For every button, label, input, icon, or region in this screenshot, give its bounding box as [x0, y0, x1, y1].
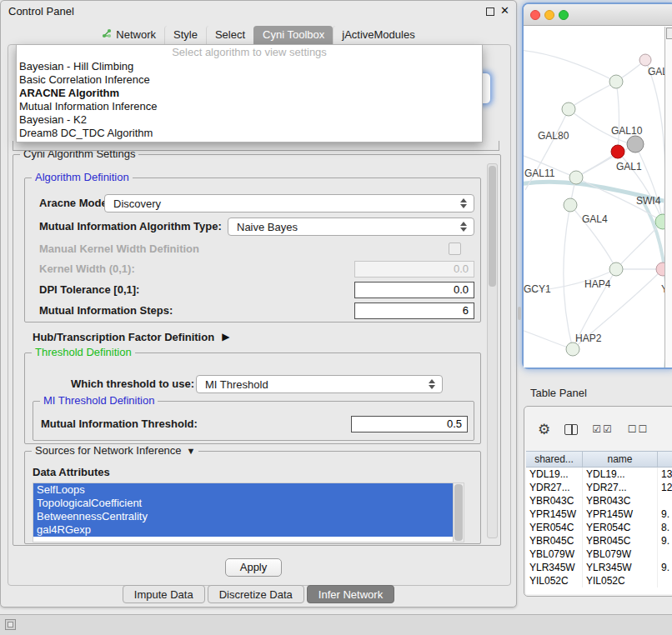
table-cell: YLR345W	[583, 561, 658, 574]
expand-right-icon[interactable]: ▶	[222, 331, 229, 342]
network-edge[interactable]	[524, 50, 616, 82]
splitter-handle[interactable]	[518, 307, 521, 320]
algorithm-option-dream8-dc-tdc-algorithm[interactable]: Dream8 DC_TDC Algorithm	[17, 127, 482, 140]
network-node[interactable]	[566, 342, 579, 356]
table-cell: YER054C	[526, 521, 583, 534]
which-threshold-combo[interactable]: MI Threshold	[196, 375, 443, 393]
algorithm-option-mutual-information-inference[interactable]: Mutual Information Inference	[17, 100, 482, 113]
network-edge[interactable]	[569, 82, 616, 109]
network-node[interactable]	[627, 136, 644, 152]
tab-cyni-toolbox[interactable]: Cyni Toolbox	[253, 26, 333, 44]
table-row[interactable]: YDR27...YDR27...12	[526, 481, 672, 494]
table-cell: 9.	[658, 508, 672, 521]
algorithm-option-bayesian-hill-climbing[interactable]: Bayesian - Hill Climbing	[17, 60, 482, 73]
node-label-gal4: GAL4	[582, 213, 608, 225]
hub-transcription-factor-section[interactable]: Hub/Transcription Factor Definition ▶	[33, 329, 229, 344]
network-node[interactable]	[639, 54, 651, 66]
network-icon	[102, 28, 112, 41]
network-window-titlebar	[524, 4, 672, 26]
columns-icon[interactable]	[564, 424, 578, 435]
network-graph: GAL2GAL80GAL10GAL11GAL1SWI4GAL4GCY1HAP4H…	[524, 27, 672, 368]
table-row[interactable]: YBL079WYBL079W	[526, 548, 672, 561]
close-traffic-light-icon[interactable]	[530, 10, 540, 20]
select-all-checkboxes-icon[interactable]: ☑☑	[592, 423, 614, 435]
bottom-tab-impute-data[interactable]: Impute Data	[123, 585, 205, 603]
tab-network[interactable]: Network	[93, 26, 164, 44]
float-window-icon[interactable]	[486, 8, 494, 16]
mi-threshold-field[interactable]: 0.5	[351, 416, 468, 432]
network-edge[interactable]	[564, 205, 573, 349]
tab-label: jActiveModules	[342, 28, 414, 41]
bottom-tab-infer-network[interactable]: Infer Network	[307, 585, 394, 603]
node-label-swi4: SWI4	[636, 195, 661, 207]
attribute-item-betweennesscentrality[interactable]: BetweennessCentrality	[33, 510, 453, 523]
table-cell: 12	[658, 481, 672, 494]
network-canvas[interactable]: GAL2GAL80GAL10GAL11GAL1SWI4GAL4GCY1HAP4H…	[524, 27, 672, 368]
bottom-tab-discretize-data[interactable]: Discretize Data	[208, 585, 304, 603]
manual-kernel-checkbox[interactable]	[449, 242, 461, 255]
mi-type-combo[interactable]: Naive Bayes	[228, 218, 474, 236]
tab-style[interactable]: Style	[164, 26, 206, 44]
network-node[interactable]	[611, 145, 624, 158]
network-node[interactable]	[609, 75, 623, 88]
apply-button[interactable]: Apply	[225, 558, 282, 577]
attribute-item-topologicalcoefficient[interactable]: TopologicalCoefficient	[33, 497, 453, 510]
network-node[interactable]	[564, 198, 577, 212]
combo-arrows-icon	[429, 379, 436, 389]
aracne-mode-combo[interactable]: Discovery	[104, 194, 474, 212]
gear-icon[interactable]: ⚙	[538, 422, 550, 437]
kernel-width-field[interactable]: 0.0	[354, 261, 474, 278]
table-row[interactable]: YIL052CYIL052C	[526, 574, 672, 588]
network-edge[interactable]	[616, 82, 619, 152]
network-node[interactable]	[562, 102, 575, 116]
table-row[interactable]: YBR043CYBR043C	[526, 494, 672, 508]
tab-select[interactable]: Select	[206, 26, 253, 44]
control-panel-tabs: NetworkStyleSelectCyni ToolboxjActiveMod…	[1, 24, 516, 44]
panel-dock-icon[interactable]	[5, 619, 16, 630]
deselect-all-checkboxes-icon[interactable]: ☐☐	[628, 423, 649, 435]
minimize-traffic-light-icon[interactable]	[544, 10, 554, 20]
table-cell: 9.	[658, 534, 672, 548]
dpi-tolerance-field[interactable]: 0.0	[354, 282, 474, 298]
attributes-scrollbar-thumb[interactable]	[454, 484, 463, 541]
algorithm-placeholder-option[interactable]: Select algorithm to view settings	[17, 45, 482, 60]
tab-jactivemodules[interactable]: jActiveModules	[333, 26, 423, 44]
table-row[interactable]: YLR345WYLR345W9.	[526, 561, 672, 574]
network-scrollbar-thumb[interactable]	[666, 28, 672, 39]
close-icon[interactable]: ✕	[500, 4, 509, 17]
network-node[interactable]	[609, 262, 623, 276]
table-row[interactable]: YER054CYER054C8.	[526, 521, 672, 534]
attribute-item-selfloops[interactable]: SelfLoops	[33, 483, 453, 497]
table-row[interactable]: YDL19...YDL19...13	[526, 468, 672, 481]
algorithm-option-aracne-algorithm[interactable]: ARACNE Algorithm	[17, 87, 482, 100]
attribute-item-gal4rgexp[interactable]: gal4RGexp	[33, 523, 453, 537]
network-edge[interactable]	[616, 222, 663, 269]
algorithm-option-bayesian-k2[interactable]: Bayesian - K2	[17, 113, 482, 127]
column-header-extra[interactable]	[658, 452, 672, 467]
column-header-name[interactable]: name	[583, 452, 658, 467]
table-cell	[658, 494, 672, 508]
which-threshold-value: MI Threshold	[205, 378, 268, 391]
network-edge[interactable]	[576, 152, 618, 178]
settings-scrollbar-thumb[interactable]	[489, 166, 496, 287]
table-cell: YPR145W	[583, 508, 658, 521]
mi-steps-field[interactable]: 6	[354, 302, 474, 319]
zoom-traffic-light-icon[interactable]	[559, 10, 569, 20]
dpi-tolerance-label: DPI Tolerance [0,1]:	[39, 282, 139, 298]
network-scrollbar[interactable]	[664, 27, 672, 368]
mi-steps-label: Mutual Information Steps:	[39, 302, 173, 319]
attributes-scrollbar[interactable]	[453, 483, 464, 542]
collapse-down-icon[interactable]: ▼	[187, 446, 196, 456]
table-row[interactable]: YBR045CYBR045C9.	[526, 534, 672, 548]
settings-scrollbar[interactable]	[487, 163, 498, 538]
algorithm-option-basic-correlation-inference[interactable]: Basic Correlation Inference	[17, 73, 482, 87]
network-node[interactable]	[569, 171, 583, 184]
table-row[interactable]: YPR145WYPR145W9.	[526, 508, 672, 521]
table-cell: YDR27...	[583, 481, 658, 494]
network-edge[interactable]	[524, 328, 573, 349]
aracne-mode-label: Aracne Mode:	[39, 195, 111, 212]
column-header-shared[interactable]: shared...	[526, 452, 583, 467]
mi-type-label: Mutual Information Algorithm Type:	[39, 218, 222, 235]
threshold-definition-title: Threshold Definition	[32, 346, 135, 358]
node-label-gal1: GAL1	[616, 161, 642, 172]
